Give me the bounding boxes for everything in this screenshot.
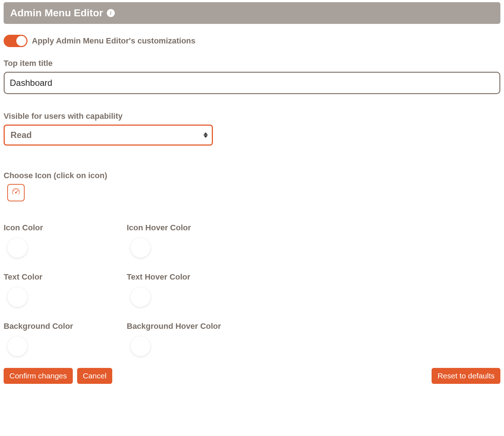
svg-point-1 (13, 191, 14, 192)
capability-select[interactable]: Read (4, 125, 213, 146)
text-hover-color-item: Text Hover Color (127, 272, 250, 307)
svg-point-4 (17, 190, 18, 190)
icon-color-label: Icon Color (4, 223, 127, 232)
confirm-button[interactable]: Confirm changes (4, 368, 73, 384)
icon-hover-color-item: Icon Hover Color (127, 223, 250, 258)
color-grid: Icon Color Icon Hover Color Text Color T… (4, 223, 500, 356)
svg-point-3 (14, 190, 14, 190)
icon-color-item: Icon Color (4, 223, 127, 258)
background-hover-color-swatch[interactable] (130, 336, 151, 356)
capability-select-wrap: Read (4, 125, 213, 146)
icon-hover-color-label: Icon Hover Color (127, 223, 250, 232)
top-item-title-label: Top item title (4, 59, 500, 68)
text-color-item: Text Color (4, 272, 127, 307)
text-hover-color-swatch[interactable] (130, 287, 151, 307)
apply-toggle[interactable] (4, 35, 28, 47)
top-item-title-input[interactable] (4, 72, 500, 94)
text-color-label: Text Color (4, 272, 127, 282)
background-hover-color-item: Background Hover Color (127, 322, 250, 356)
action-button-row: Confirm changes Cancel Reset to defaults (4, 368, 500, 384)
panel-header: Admin Menu Editor i (4, 2, 500, 24)
apply-toggle-label: Apply Admin Menu Editor's customizations (32, 36, 196, 46)
background-color-swatch[interactable] (7, 336, 28, 356)
icon-hover-color-swatch[interactable] (130, 238, 151, 258)
icon-color-swatch[interactable] (7, 238, 28, 258)
text-hover-color-label: Text Hover Color (127, 272, 250, 282)
info-icon[interactable]: i (107, 9, 115, 17)
choose-icon-label: Choose Icon (click on icon) (4, 171, 500, 180)
capability-label: Visible for users with capability (4, 112, 500, 121)
reset-button[interactable]: Reset to defaults (432, 368, 500, 384)
background-hover-color-label: Background Hover Color (127, 322, 250, 331)
svg-point-0 (16, 189, 16, 190)
apply-toggle-row: Apply Admin Menu Editor's customizations (4, 35, 500, 47)
icon-picker-button[interactable] (7, 184, 25, 201)
dashboard-icon (11, 187, 21, 198)
background-color-item: Background Color (4, 322, 127, 356)
svg-point-2 (18, 191, 18, 192)
text-color-swatch[interactable] (7, 287, 28, 307)
cancel-button[interactable]: Cancel (77, 368, 112, 384)
panel-title: Admin Menu Editor (10, 7, 103, 19)
background-color-label: Background Color (4, 322, 127, 331)
